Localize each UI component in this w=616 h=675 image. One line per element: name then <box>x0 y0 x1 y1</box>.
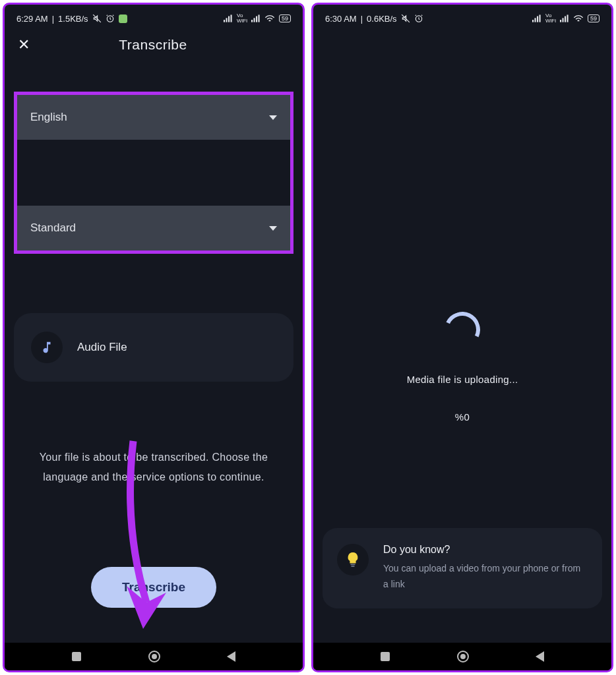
service-dropdown[interactable]: Standard <box>17 206 290 250</box>
svg-rect-3 <box>226 18 227 22</box>
chevron-down-icon <box>269 226 277 231</box>
status-bar: 6:30 AM | 0.6KB/s VoWiFi 59 <box>313 9 611 28</box>
upload-message: Media file is uploading... <box>407 374 518 385</box>
page-title: Transcribe <box>16 37 290 53</box>
wifi-icon <box>573 15 584 22</box>
android-nav-bar <box>313 643 611 670</box>
svg-rect-17 <box>562 18 563 22</box>
status-left: 6:29 AM | 1.5KB/s <box>16 14 127 24</box>
vowifi-icon: VoWiFi <box>237 13 247 24</box>
recents-button[interactable] <box>72 652 81 661</box>
svg-rect-16 <box>560 20 561 22</box>
vowifi-icon: VoWiFi <box>545 13 556 24</box>
file-label: Audio File <box>77 341 127 354</box>
transcribe-button-label: Transcribe <box>122 580 185 594</box>
transcribe-button[interactable]: Transcribe <box>91 567 216 608</box>
svg-rect-13 <box>534 18 536 22</box>
svg-rect-7 <box>253 18 255 22</box>
svg-rect-15 <box>539 15 540 22</box>
mute-icon <box>92 14 102 23</box>
status-time: 6:29 AM <box>16 14 48 24</box>
alarm-icon <box>106 14 115 23</box>
status-network-speed: 0.6KB/s <box>367 14 397 24</box>
tip-card: Do you know? You can upload a video from… <box>323 528 602 608</box>
svg-rect-20 <box>350 564 355 566</box>
content-area: English Standard Audio File Your file is… <box>5 59 303 643</box>
content-area: Media file is uploading... %0 Do you kno… <box>313 28 611 643</box>
service-dropdown-label: Standard <box>30 221 76 235</box>
svg-rect-4 <box>228 16 230 22</box>
svg-rect-5 <box>230 15 231 22</box>
signal-icon-2 <box>251 15 261 22</box>
home-button[interactable] <box>148 651 160 662</box>
title-bar: ✕ Transcribe <box>5 28 303 59</box>
tip-body: You can upload a video from your phone o… <box>383 561 588 593</box>
back-button[interactable] <box>227 651 235 662</box>
wifi-icon <box>264 15 275 22</box>
status-left: 6:30 AM | 0.6KB/s <box>325 14 423 24</box>
tip-title: Do you know? <box>383 544 588 556</box>
signal-icon <box>224 15 233 22</box>
status-network-speed: 1.5KB/s <box>58 14 88 24</box>
language-dropdown-label: English <box>30 111 67 124</box>
status-right: VoWiFi 59 <box>532 13 600 24</box>
svg-rect-6 <box>251 20 253 22</box>
svg-rect-9 <box>258 15 259 22</box>
alarm-icon <box>414 14 423 23</box>
chevron-down-icon <box>269 115 277 120</box>
svg-rect-8 <box>256 16 257 22</box>
highlight-annotation: English Standard <box>14 92 293 254</box>
status-bar: 6:29 AM | 1.5KB/s VoWiFi 59 <box>5 9 303 28</box>
file-card[interactable]: Audio File <box>14 313 293 382</box>
home-button[interactable] <box>457 651 469 662</box>
signal-icon-2 <box>560 15 569 22</box>
battery-icon: 59 <box>588 15 600 22</box>
battery-icon: 59 <box>279 15 291 22</box>
recents-button[interactable] <box>381 652 390 661</box>
upload-progress: Media file is uploading... %0 <box>323 312 602 423</box>
help-text: Your file is about to be transcribed. Ch… <box>14 448 293 488</box>
spinner-icon <box>439 307 485 352</box>
status-time: 6:30 AM <box>325 14 357 24</box>
music-note-icon <box>31 332 63 363</box>
upload-percent: %0 <box>455 411 470 423</box>
svg-rect-21 <box>351 566 355 568</box>
screenshot-right: 6:30 AM | 0.6KB/s VoWiFi 59 <box>311 3 613 672</box>
svg-rect-18 <box>565 16 566 22</box>
android-nav-bar <box>5 643 303 670</box>
svg-rect-2 <box>224 20 225 22</box>
app-badge-icon <box>119 15 127 23</box>
svg-rect-14 <box>537 16 538 22</box>
screenshot-left: 6:29 AM | 1.5KB/s VoWiFi 59 <box>3 3 305 672</box>
svg-rect-19 <box>567 15 568 22</box>
status-right: VoWiFi 59 <box>224 13 291 24</box>
back-button[interactable] <box>536 651 544 662</box>
mute-icon <box>401 14 410 23</box>
tip-content: Do you know? You can upload a video from… <box>383 544 588 593</box>
language-dropdown[interactable]: English <box>17 95 290 140</box>
lightbulb-icon <box>337 544 369 575</box>
svg-rect-12 <box>532 20 534 22</box>
signal-icon <box>532 15 541 22</box>
